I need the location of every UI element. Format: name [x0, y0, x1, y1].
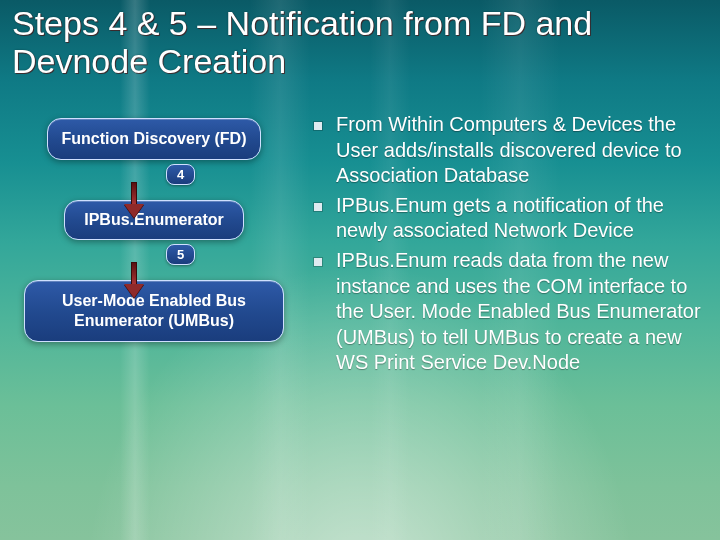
bullet-list: From Within Computers & Devices the User… [310, 112, 702, 380]
slide: Steps 4 & 5 – Notification from FD and D… [0, 0, 720, 540]
list-item: From Within Computers & Devices the User… [310, 112, 702, 189]
list-item: IPBus.Enum reads data from the new insta… [310, 248, 702, 376]
flow-diagram: Function Discovery (FD) 4 IPBus.Enumerat… [24, 118, 284, 342]
step-badge-5: 5 [166, 244, 195, 265]
page-title: Steps 4 & 5 – Notification from FD and D… [12, 4, 700, 80]
step-badge-4: 4 [166, 164, 195, 185]
node-ipbus-enumerator: IPBus.Enumerator [64, 200, 244, 240]
node-umbus: User-Mode Enabled Bus Enumerator (UMBus) [24, 280, 284, 342]
list-item: IPBus.Enum gets a notification of the ne… [310, 193, 702, 244]
arrow-step-4: 4 [134, 160, 174, 200]
node-function-discovery: Function Discovery (FD) [47, 118, 262, 160]
arrow-step-5: 5 [134, 240, 174, 280]
